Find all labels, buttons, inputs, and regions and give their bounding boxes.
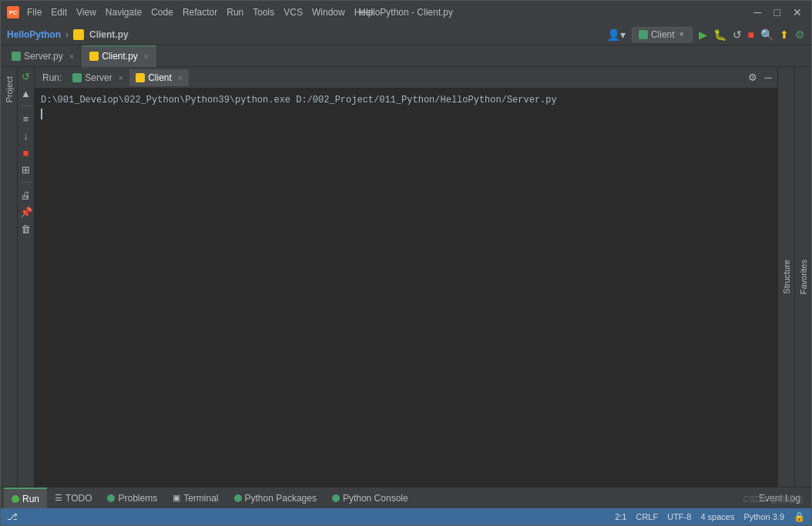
run-left-toolbar: ↺ ▲ ≡ ↓ ■ ⊞ 🖨 📌 🗑 bbox=[18, 67, 35, 487]
run-config-selector[interactable]: Client ▼ bbox=[632, 27, 693, 42]
run-collapse-icon[interactable]: ─ bbox=[762, 72, 774, 84]
bottom-tab-problems[interactable]: Problems bbox=[99, 487, 165, 509]
status-right: 2:1 CRLF UTF-8 4 spaces Python 3.9 🔒 bbox=[615, 511, 805, 522]
menu-vcs[interactable]: VCS bbox=[284, 7, 303, 18]
autoscroll-icon[interactable]: ↓ bbox=[20, 129, 32, 142]
console-cursor bbox=[41, 109, 42, 119]
line-ending[interactable]: CRLF bbox=[636, 512, 658, 521]
delete-icon[interactable]: 🗑 bbox=[20, 223, 32, 235]
run-panel: Run: Server × Client × ⚙ ─ bbox=[35, 67, 777, 487]
run-server-label: Server bbox=[85, 72, 112, 83]
bottom-tab-python-console[interactable]: Python Console bbox=[324, 487, 416, 509]
run-config-chevron: ▼ bbox=[678, 30, 686, 39]
rerun-button[interactable]: ↺ bbox=[733, 28, 742, 41]
menu-navigate[interactable]: Navigate bbox=[106, 7, 142, 18]
menu-view[interactable]: View bbox=[76, 7, 96, 18]
toolbar-actions: 👤▾ bbox=[607, 28, 626, 41]
client-tab-close[interactable]: × bbox=[144, 52, 149, 61]
breadcrumb: HelloPython › Client.py bbox=[7, 29, 129, 40]
toolbar-divider-2 bbox=[21, 182, 32, 183]
python-version[interactable]: Python 3.9 bbox=[743, 512, 784, 521]
bottom-tab-python-packages[interactable]: Python Packages bbox=[226, 487, 324, 509]
menu-tools[interactable]: Tools bbox=[253, 7, 274, 18]
plugin-button[interactable]: ⚙ bbox=[795, 28, 805, 41]
main-area: Project ↺ ▲ ≡ ↓ ■ ⊞ 🖨 📌 🗑 Run: Server bbox=[1, 67, 811, 487]
bottom-terminal-label: Terminal bbox=[183, 493, 218, 504]
indent[interactable]: 4 spaces bbox=[700, 512, 734, 521]
run-tab-indicator bbox=[12, 495, 19, 503]
encoding[interactable]: UTF-8 bbox=[667, 512, 691, 521]
run-client-icon bbox=[136, 73, 145, 82]
run-panel-label: Run: bbox=[38, 72, 66, 83]
pin-icon[interactable]: 📌 bbox=[20, 206, 32, 218]
scroll-up-icon[interactable]: ▲ bbox=[20, 87, 32, 99]
run-server-icon bbox=[72, 73, 82, 82]
debug-button[interactable]: 🐛 bbox=[713, 28, 726, 41]
console-cursor-line bbox=[41, 107, 771, 121]
favorites-sidebar-tab[interactable]: Favorites bbox=[797, 253, 810, 300]
editor-tab-bar: Server.py × Client.py × bbox=[1, 45, 811, 67]
toolbar-divider-1 bbox=[21, 106, 32, 106]
favorites-sidebar: Favorites bbox=[794, 67, 811, 487]
bottom-tab-event-log[interactable]: Event Log bbox=[751, 487, 808, 509]
print-icon[interactable]: 🖨 bbox=[20, 189, 32, 201]
stop-toolbar-icon[interactable]: ■ bbox=[20, 146, 32, 159]
rerun-toolbar-icon[interactable]: ↺ bbox=[20, 70, 32, 82]
file-icon bbox=[73, 29, 84, 40]
bottom-tab-terminal[interactable]: ▣ Terminal bbox=[165, 487, 226, 509]
stop-button[interactable]: ■ bbox=[748, 28, 754, 41]
app-logo: PC bbox=[7, 6, 19, 18]
project-name[interactable]: HelloPython bbox=[7, 29, 61, 40]
window-title: HelloPython - Client.py bbox=[359, 7, 453, 18]
bottom-tab-bar: Run ☰ TODO Problems ▣ Terminal Python Pa… bbox=[1, 487, 811, 508]
structure-sidebar-tab[interactable]: Structure bbox=[780, 253, 794, 300]
menu-edit[interactable]: Edit bbox=[51, 7, 67, 18]
run-server-close[interactable]: × bbox=[119, 73, 123, 82]
layout-icon[interactable]: ⊞ bbox=[20, 163, 32, 176]
wrap-icon[interactable]: ≡ bbox=[20, 112, 32, 125]
run-tab-client[interactable]: Client × bbox=[129, 69, 189, 86]
bottom-todo-label: TODO bbox=[65, 493, 92, 504]
update-button[interactable]: ⬆ bbox=[780, 28, 789, 41]
git-icon: ⎇ bbox=[7, 511, 18, 522]
run-client-close[interactable]: × bbox=[178, 73, 183, 82]
status-left: ⎇ bbox=[7, 511, 18, 522]
server-tab-label: Server.py bbox=[24, 51, 63, 62]
console-text: D:\001_Develop\022_Python\Python39\pytho… bbox=[41, 95, 557, 106]
menu-run[interactable]: Run bbox=[226, 7, 243, 18]
maximize-button[interactable]: □ bbox=[771, 6, 783, 18]
bottom-problems-label: Problems bbox=[118, 493, 157, 504]
menu-code[interactable]: Code bbox=[151, 7, 173, 18]
console-output: D:\001_Develop\022_Python\Python39\pytho… bbox=[35, 89, 777, 487]
run-config-icon bbox=[639, 30, 648, 39]
run-button[interactable]: ▶ bbox=[699, 28, 707, 41]
bottom-tab-todo[interactable]: ☰ TODO bbox=[47, 487, 99, 509]
project-sidebar-tab[interactable]: Project bbox=[2, 70, 16, 109]
client-tab-label: Client.py bbox=[102, 51, 138, 62]
menu-bar: File Edit View Navigate Code Refactor Ru… bbox=[27, 7, 373, 18]
menu-refactor[interactable]: Refactor bbox=[183, 7, 217, 18]
tab-server[interactable]: Server.py × bbox=[4, 45, 82, 67]
cursor-position[interactable]: 2:1 bbox=[615, 512, 626, 521]
minimize-button[interactable]: ─ bbox=[751, 6, 765, 18]
run-settings-icon[interactable]: ⚙ bbox=[747, 72, 759, 84]
tab-client[interactable]: Client.py × bbox=[82, 45, 156, 67]
event-log-label: Event Log bbox=[759, 493, 800, 504]
bottom-tab-run[interactable]: Run bbox=[4, 487, 47, 509]
user-icon[interactable]: 👤▾ bbox=[607, 28, 626, 41]
nav-filename[interactable]: Client.py bbox=[89, 29, 129, 40]
run-panel-header: Run: Server × Client × ⚙ ─ bbox=[35, 67, 777, 89]
search-button[interactable]: 🔍 bbox=[760, 28, 773, 41]
menu-file[interactable]: File bbox=[27, 7, 42, 18]
structure-sidebar: Structure bbox=[777, 67, 794, 487]
server-tab-icon bbox=[12, 52, 21, 61]
close-button[interactable]: ✕ bbox=[790, 6, 805, 18]
run-config-label: Client bbox=[651, 29, 675, 40]
menu-window[interactable]: Window bbox=[312, 7, 345, 18]
server-tab-close[interactable]: × bbox=[69, 52, 74, 61]
bottom-python-packages-label: Python Packages bbox=[245, 493, 317, 504]
todo-icon: ☰ bbox=[55, 493, 62, 503]
client-tab-icon bbox=[89, 52, 99, 61]
run-tab-server[interactable]: Server × bbox=[66, 69, 129, 86]
lock-icon[interactable]: 🔒 bbox=[794, 511, 805, 522]
